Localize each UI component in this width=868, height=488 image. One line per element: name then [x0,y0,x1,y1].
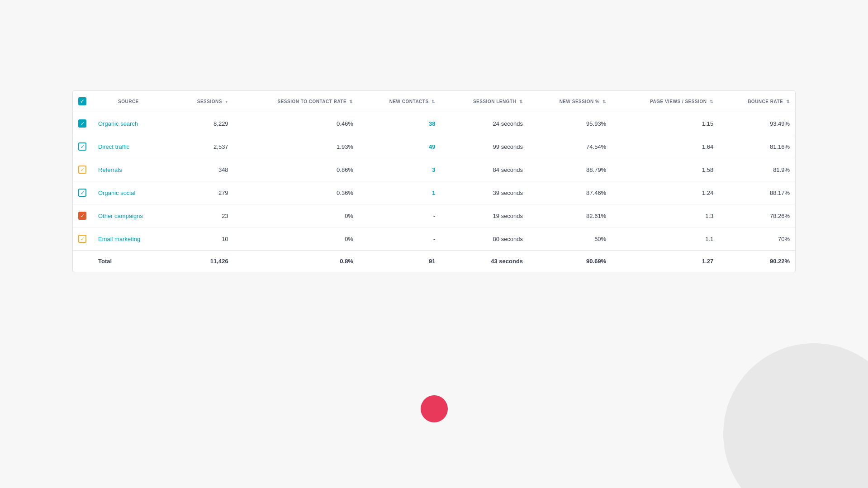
total-bounce-rate: 90.22% [719,251,795,272]
table-row: ✓ Organic social 279 0.36% 1 39 seconds … [73,181,795,204]
column-header-source[interactable]: SOURCE [93,91,173,112]
sort-icon-new-contacts [432,99,436,104]
total-session-to-contact-rate: 0.8% [234,251,359,272]
pink-action-dot[interactable] [421,395,448,422]
checkbox-cell[interactable]: ✓ [73,227,93,251]
checkbox-cell[interactable]: ✓ [73,181,93,204]
checkmark-icon: ✓ [81,121,85,126]
checkmark-icon: ✓ [81,213,85,218]
table-header-row: ✓ SOURCE SESSIONS SESSION TO CONTACT RAT… [73,91,795,112]
cell-sessions: 10 [173,227,234,251]
select-all-checkbox[interactable]: ✓ [78,97,86,105]
cell-page-views-per-session: 1.64 [612,135,719,158]
cell-sessions: 279 [173,181,234,204]
cell-sessions: 348 [173,158,234,181]
checkmark-icon: ✓ [81,144,85,149]
sort-icon-page-views [710,99,714,104]
cell-new-contacts: 38 [359,112,441,135]
cell-bounce-rate: 88.17% [719,181,795,204]
sort-icon-session-length [519,99,523,104]
cell-page-views-per-session: 1.24 [612,181,719,204]
cell-bounce-rate: 70% [719,227,795,251]
cell-new-session-pct: 74.54% [528,135,612,158]
cell-session-length: 19 seconds [441,204,528,227]
source-link[interactable]: Organic social [98,190,135,196]
cell-session-to-contact-rate: 1.93% [234,135,359,158]
cell-new-session-pct: 95.93% [528,112,612,135]
cell-new-session-pct: 87.46% [528,181,612,204]
column-header-new-contacts[interactable]: NEW CONTACTS [359,91,441,112]
cell-bounce-rate: 81.16% [719,135,795,158]
table-row: ✓ Other campaigns 23 0% - 19 seconds 82.… [73,204,795,227]
cell-session-length: 99 seconds [441,135,528,158]
cell-page-views-per-session: 1.1 [612,227,719,251]
analytics-table: ✓ SOURCE SESSIONS SESSION TO CONTACT RAT… [73,91,795,272]
source-link[interactable]: Other campaigns [98,213,143,219]
cell-source: Email marketing [93,227,173,251]
source-link[interactable]: Referrals [98,166,122,173]
cell-new-contacts: 3 [359,158,441,181]
decorative-circle [723,343,868,488]
page-wrapper: ✓ SOURCE SESSIONS SESSION TO CONTACT RAT… [0,0,868,488]
cell-page-views-per-session: 1.3 [612,204,719,227]
cell-session-length: 84 seconds [441,158,528,181]
row-checkbox[interactable]: ✓ [78,212,86,220]
column-header-new-session-pct[interactable]: NEW SESSION % [528,91,612,112]
cell-session-to-contact-rate: 0% [234,204,359,227]
cell-session-to-contact-rate: 0.86% [234,158,359,181]
cell-bounce-rate: 93.49% [719,112,795,135]
table-row: ✓ Referrals 348 0.86% 3 84 seconds 88.79… [73,158,795,181]
row-checkbox[interactable]: ✓ [78,235,86,243]
table-row: ✓ Direct traffic 2,537 1.93% 49 99 secon… [73,135,795,158]
analytics-table-container: ✓ SOURCE SESSIONS SESSION TO CONTACT RAT… [72,90,796,272]
sort-icon-bounce-rate [786,99,790,104]
row-checkbox[interactable]: ✓ [78,189,86,197]
cell-session-length: 80 seconds [441,227,528,251]
checkbox-cell[interactable]: ✓ [73,112,93,135]
cell-page-views-per-session: 1.58 [612,158,719,181]
select-all-checkbox-cell[interactable]: ✓ [73,91,93,112]
checkbox-cell[interactable]: ✓ [73,135,93,158]
column-header-session-length[interactable]: SESSION LENGTH [441,91,528,112]
row-checkbox[interactable]: ✓ [78,166,86,174]
cell-session-to-contact-rate: 0.46% [234,112,359,135]
checkbox-cell[interactable]: ✓ [73,158,93,181]
cell-sessions: 23 [173,204,234,227]
checkmark-icon: ✓ [81,167,85,172]
cell-new-session-pct: 88.79% [528,158,612,181]
cell-page-views-per-session: 1.15 [612,112,719,135]
column-header-sessions[interactable]: SESSIONS [173,91,234,112]
source-link[interactable]: Direct traffic [98,143,129,150]
cell-bounce-rate: 81.9% [719,158,795,181]
checkmark-icon: ✓ [81,190,85,195]
column-header-bounce-rate[interactable]: BOUNCE RATE [719,91,795,112]
cell-source: Referrals [93,158,173,181]
sort-icon-sessions [225,100,228,104]
source-link[interactable]: Organic search [98,120,138,127]
row-checkbox[interactable]: ✓ [78,119,86,128]
cell-new-session-pct: 50% [528,227,612,251]
table-total-row: Total 11,426 0.8% 91 43 seconds 90.69% 1… [73,251,795,272]
table-row: ✓ Organic search 8,229 0.46% 38 24 secon… [73,112,795,135]
source-link[interactable]: Email marketing [98,236,140,242]
checkbox-cell[interactable]: ✓ [73,204,93,227]
cell-session-to-contact-rate: 0% [234,227,359,251]
cell-source: Organic social [93,181,173,204]
cell-sessions: 8,229 [173,112,234,135]
total-page-views-per-session: 1.27 [612,251,719,272]
total-new-contacts: 91 [359,251,441,272]
cell-session-length: 39 seconds [441,181,528,204]
column-header-session-to-contact-rate[interactable]: SESSION TO CONTACT RATE [234,91,359,112]
cell-new-session-pct: 82.61% [528,204,612,227]
cell-bounce-rate: 78.26% [719,204,795,227]
cell-source: Direct traffic [93,135,173,158]
total-sessions: 11,426 [173,251,234,272]
total-checkbox-cell [73,251,93,272]
column-header-page-views-per-session[interactable]: PAGE VIEWS / SESSION [612,91,719,112]
cell-new-contacts: 49 [359,135,441,158]
cell-sessions: 2,537 [173,135,234,158]
row-checkbox[interactable]: ✓ [78,142,86,151]
cell-source: Organic search [93,112,173,135]
checkmark-icon: ✓ [80,99,85,104]
cell-new-contacts: 1 [359,181,441,204]
